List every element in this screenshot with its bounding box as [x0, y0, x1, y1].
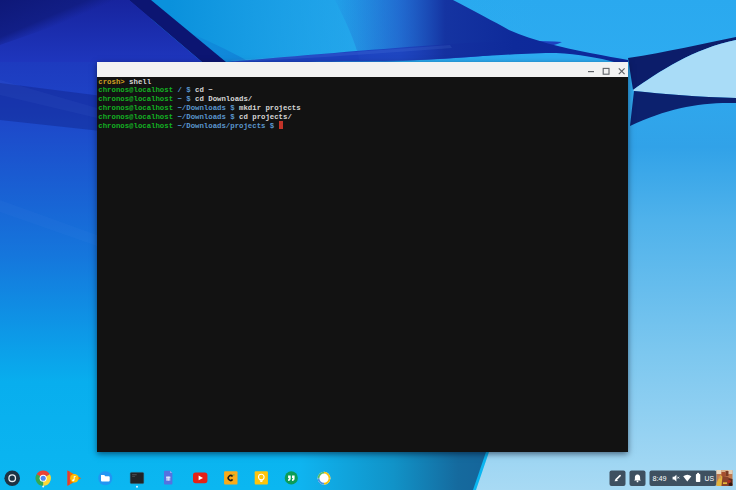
svg-text:8:49: 8:49 [653, 474, 667, 483]
svg-text:US: US [705, 475, 715, 482]
